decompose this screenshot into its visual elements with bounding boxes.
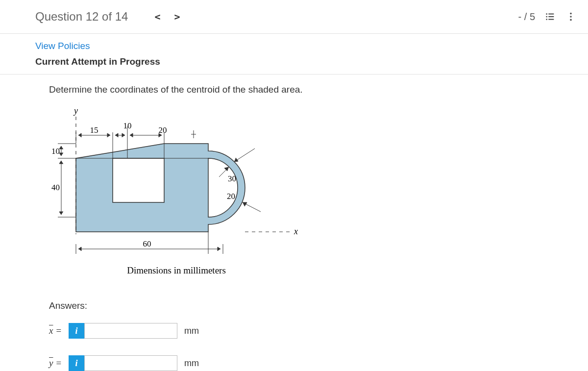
svg-point-5 xyxy=(546,19,547,20)
dim-60: 60 xyxy=(143,239,151,248)
question-header: Question 12 of 14 < > - / 5 xyxy=(0,0,588,34)
x-bar-label: x = xyxy=(49,325,69,336)
x-axis-label: x xyxy=(294,226,298,236)
attempt-status: Current Attempt in Progress xyxy=(0,56,588,74)
svg-point-7 xyxy=(570,16,572,18)
list-icon[interactable] xyxy=(545,11,556,22)
unit-x: mm xyxy=(184,326,199,336)
more-menu-icon[interactable] xyxy=(565,11,576,22)
answers-label: Answers: xyxy=(0,286,588,319)
svg-point-4 xyxy=(546,17,547,17)
next-question-button[interactable]: > xyxy=(168,9,187,25)
dim-20-top: 20 xyxy=(159,125,167,135)
figure-caption: Dimensions in millimeters xyxy=(127,265,226,275)
dim-10-left: 10 xyxy=(51,147,60,156)
y-bar-label: y = xyxy=(49,358,69,369)
x-bar-input[interactable] xyxy=(84,323,177,339)
info-button-x[interactable]: i xyxy=(69,323,84,339)
dim-10-top: 10 xyxy=(123,121,132,130)
question-title: Question 12 of 14 xyxy=(35,10,128,24)
dim-20-r: 20 xyxy=(227,192,235,201)
dim-15: 15 xyxy=(90,125,98,135)
svg-point-8 xyxy=(570,19,572,21)
prev-question-button[interactable]: < xyxy=(147,9,167,25)
unit-y: mm xyxy=(184,358,199,369)
answer-row-y: y = i mm xyxy=(0,351,588,371)
y-axis-label: y xyxy=(73,107,78,116)
y-bar-input[interactable] xyxy=(84,355,177,371)
view-policies-link[interactable]: View Policies xyxy=(0,34,588,56)
answer-row-x: x = i mm xyxy=(0,319,588,343)
dim-40: 40 xyxy=(51,183,60,192)
figure: y x 15 10 20 xyxy=(0,102,588,286)
question-prompt: Determine the coordinates of the centroi… xyxy=(0,74,588,102)
info-button-y[interactable]: i xyxy=(69,355,84,371)
dim-30: 30 xyxy=(228,174,236,183)
score-display: - / 5 xyxy=(518,11,535,23)
svg-point-6 xyxy=(570,13,572,15)
svg-point-3 xyxy=(546,14,547,14)
